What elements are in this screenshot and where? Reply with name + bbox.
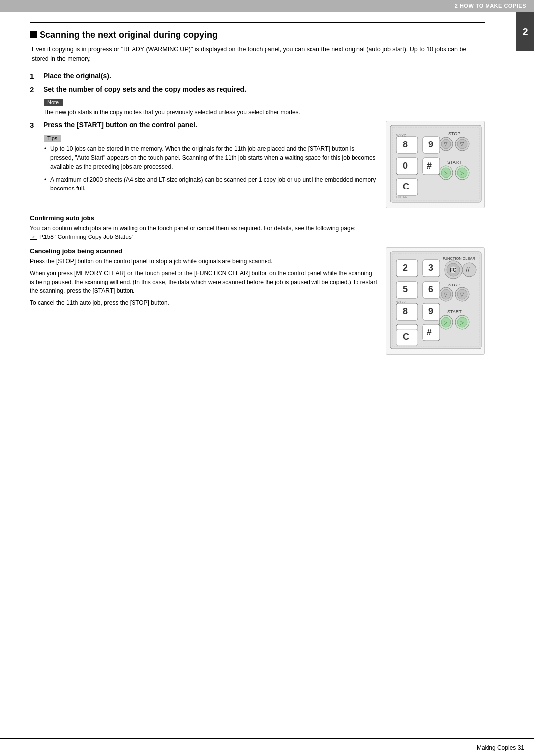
svg-text:FUNCTION CLEAR: FUNCTION CLEAR (443, 256, 475, 261)
confirming-title: Confirming auto jobs (30, 214, 485, 222)
svg-text:▷: ▷ (444, 170, 448, 176)
step-3-area: 3 Press the [START] button on the contro… (30, 121, 485, 208)
panel-svg-1: STOP ▽ ▽ 8 WXYZ 9 START (389, 124, 482, 203)
svg-text:▷: ▷ (444, 319, 448, 325)
svg-text:5: 5 (403, 284, 408, 294)
note-box: Note The new job starts in the copy mode… (44, 98, 485, 117)
canceling-section: Canceling jobs being scanned Press the [… (30, 247, 485, 355)
svg-text:FC: FC (450, 267, 456, 273)
svg-text:8: 8 (403, 306, 408, 316)
svg-text:▽: ▽ (444, 291, 448, 297)
confirming-section: Confirming auto jobs You can confirm whi… (30, 214, 485, 240)
main-content: Scanning the next original during copyin… (0, 12, 514, 365)
svg-text:C: C (403, 332, 409, 342)
header-bar: 2 HOW TO MAKE COPIES (0, 0, 534, 12)
svg-text:STOP: STOP (448, 283, 460, 287)
page-ref: ☞ P.158 "Confirming Copy Job Status" (30, 234, 485, 240)
step-3-text: Press the [START] button on the control … (44, 121, 197, 129)
step-3-number: 3 (30, 121, 40, 129)
svg-text:▷: ▷ (460, 319, 464, 325)
footer-text: Making Copies 31 (477, 744, 524, 751)
step-3-content: 3 Press the [START] button on the contro… (30, 121, 378, 197)
svg-text:6: 6 (428, 284, 433, 294)
intro-text: Even if copying is in progress or "READY… (32, 45, 485, 64)
svg-text:2: 2 (403, 263, 408, 273)
section-title: Scanning the next original during copyin… (40, 30, 218, 40)
canceling-text1: Press the [STOP] button on the control p… (30, 257, 378, 266)
step-2-number: 2 (30, 85, 40, 94)
chapter-label: 2 HOW TO MAKE COPIES (455, 3, 526, 9)
step-1-text: Place the original(s). (44, 72, 111, 80)
step-3: 3 Press the [START] button on the contro… (30, 121, 378, 129)
svg-text:9: 9 (428, 306, 433, 316)
canceling-text-area: Canceling jobs being scanned Press the [… (30, 247, 378, 307)
top-divider (30, 22, 485, 23)
canceling-text2: When you press [MEMORY CLEAR] on the tou… (30, 269, 378, 295)
svg-text:#: # (427, 161, 432, 171)
canceling-text3: To cancel the 11th auto job, press the [… (30, 298, 378, 307)
svg-text:C: C (403, 182, 409, 191)
svg-text:WXYZ: WXYZ (396, 300, 406, 304)
tips-item-1: Up to 10 jobs can be stored in the memor… (44, 144, 378, 171)
step-1-number: 1 (30, 72, 40, 80)
tips-label: Tips (44, 135, 61, 142)
step-2: 2 Set the number of copy sets and the co… (30, 85, 485, 94)
svg-text:▷: ▷ (460, 170, 464, 176)
canceling-title: Canceling jobs being scanned (30, 247, 378, 255)
svg-text:▽: ▽ (460, 141, 464, 147)
svg-text:▽: ▽ (460, 291, 464, 297)
svg-text:CLEAR: CLEAR (396, 195, 407, 199)
note-label: Note (44, 99, 63, 106)
section-heading: Scanning the next original during copyin… (30, 30, 485, 40)
book-icon: ☞ (30, 234, 37, 240)
svg-text://: // (466, 266, 470, 274)
footer: Making Copies 31 (0, 738, 534, 756)
step-1: 1 Place the original(s). (30, 72, 485, 80)
step-2-text: Set the number of copy sets and the copy… (44, 85, 246, 93)
black-square-icon (30, 31, 37, 38)
svg-text:#: # (427, 327, 432, 337)
svg-text:9: 9 (428, 140, 433, 149)
svg-text:▽: ▽ (444, 141, 448, 147)
control-panel-image-1: STOP ▽ ▽ 8 WXYZ 9 START (386, 121, 485, 208)
tips-box: Tips Up to 10 jobs can be stored in the … (44, 134, 378, 193)
svg-text:3: 3 (428, 263, 433, 273)
svg-text:STOP: STOP (448, 131, 460, 136)
svg-text:8: 8 (403, 140, 408, 149)
svg-text:START: START (447, 160, 462, 165)
panel-svg-2: FUNCTION CLEAR MNC FC // 2 3 STOP (389, 251, 482, 350)
control-panel-image-2: FUNCTION CLEAR MNC FC // 2 3 STOP (386, 247, 485, 355)
confirming-text: You can confirm which jobs are in waitin… (30, 224, 485, 233)
svg-text:START: START (447, 309, 462, 314)
tips-list: Up to 10 jobs can be stored in the memor… (44, 144, 378, 193)
page-ref-text: P.158 "Confirming Copy Job Status" (39, 234, 134, 240)
note-text: The new job starts in the copy modes tha… (44, 108, 485, 117)
tips-item-2: A maximum of 2000 sheets (A4-size and LT… (44, 175, 378, 193)
svg-text:0: 0 (403, 161, 408, 171)
chapter-tab: 2 (516, 12, 534, 51)
svg-text:WXYZ: WXYZ (396, 134, 406, 137)
